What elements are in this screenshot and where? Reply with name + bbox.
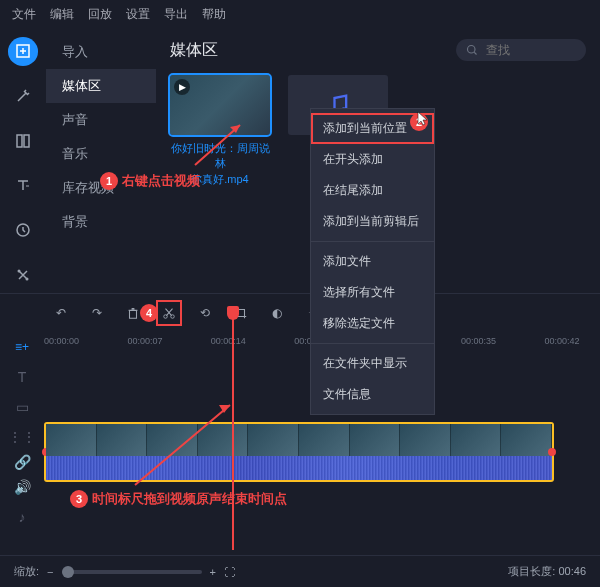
search-box[interactable] [456,39,586,61]
menu-file[interactable]: 文件 [12,6,36,23]
ctx-show-folder[interactable]: 在文件夹中显示 [311,348,434,379]
text-track-icon[interactable]: T [0,362,44,392]
timeline-tracks: T ▭ ⋮⋮ 🔗 🔊 ♪ [0,362,600,542]
ctx-select-all[interactable]: 选择所有文件 [311,277,434,308]
ruler-tick: 00:00:35 [461,336,496,346]
ctx-separator [311,241,434,242]
ctx-add-start[interactable]: 在开头添加 [311,144,434,175]
menu-playback[interactable]: 回放 [88,6,112,23]
cut-button[interactable]: 4 [158,302,180,324]
panel-title: 媒体区 [170,40,218,61]
footer: 缩放: − + ⛶ 项目长度: 00:46 [0,555,600,587]
svg-point-6 [468,46,476,54]
ctx-add-end[interactable]: 在结尾添加 [311,175,434,206]
add-media-tool[interactable] [8,37,38,66]
ruler-tick: 00:00:00 [44,336,79,346]
annotation-arrow [190,120,250,170]
annotation-1: 1 右键点击视频 [100,172,200,190]
rotate-button[interactable]: ⟲ [194,302,216,324]
audio-track-icon[interactable]: 🔊 [0,472,44,502]
color-button[interactable]: ◐ [266,302,288,324]
music-track[interactable] [44,512,600,542]
search-input[interactable] [486,43,576,57]
menu-help[interactable]: 帮助 [202,6,226,23]
ctx-remove[interactable]: 移除选定文件 [311,308,434,339]
ruler-tick: 00:00:42 [544,336,579,346]
svg-rect-2 [24,135,29,147]
ruler-tick: 00:00:07 [127,336,162,346]
wand-tool[interactable] [8,82,38,111]
zoom-slider[interactable] [62,570,202,574]
play-icon: ▶ [174,79,190,95]
svg-rect-1 [17,135,22,147]
ctx-file-info[interactable]: 文件信息 [311,379,434,410]
cursor-icon [416,110,432,126]
undo-button[interactable]: ↶ [50,302,72,324]
zoom-out-button[interactable]: − [47,566,53,578]
ctx-separator [311,343,434,344]
sidebar-item-background[interactable]: 背景 [46,205,156,239]
overlay-track-icon[interactable]: ▭ [0,392,44,422]
playhead-handle[interactable] [227,306,239,320]
left-toolbar [0,29,46,289]
context-menu: 添加到当前位置 在开头添加 在结尾添加 添加到当前剪辑后 添加文件 选择所有文件… [310,108,435,415]
timeline-toolbar: ↶ ↷ 4 ⟲ ◐ ✦ ● ≡ [0,293,600,332]
ctx-add-file[interactable]: 添加文件 [311,246,434,277]
zoom-label: 缩放: [14,564,39,579]
video-track-icon[interactable]: ⋮⋮ [0,422,44,452]
split-tool[interactable] [8,126,38,155]
sidebar-item-sound[interactable]: 声音 [46,103,156,137]
zoom-in-button[interactable]: + [210,566,216,578]
search-icon [466,44,478,56]
zoom-fit-button[interactable]: ⛶ [224,566,235,578]
ctx-add-after[interactable]: 添加到当前剪辑后 [311,206,434,237]
redo-button[interactable]: ↷ [86,302,108,324]
tools-tool[interactable] [8,260,38,289]
clock-tool[interactable] [8,216,38,245]
menu-edit[interactable]: 编辑 [50,6,74,23]
menu-export[interactable]: 导出 [164,6,188,23]
sidebar-item-media[interactable]: 媒体区 [46,69,156,103]
annotation-arrow [130,400,240,490]
music-track-icon[interactable]: ♪ [0,502,44,532]
sidebar: 导入 媒体区 声音 音乐 库存视频 背景 [46,29,156,289]
menu-settings[interactable]: 设置 [126,6,150,23]
ruler-tick: 00:00:14 [211,336,246,346]
text-tool[interactable] [8,171,38,200]
video-thumbnails [46,424,552,456]
svg-point-4 [18,269,21,272]
sidebar-item-music[interactable]: 音乐 [46,137,156,171]
sidebar-item-import[interactable]: 导入 [46,35,156,69]
audio-waveform [46,456,552,480]
svg-point-5 [26,277,29,280]
duration-value: 00:46 [558,565,586,577]
video-clip[interactable] [44,422,554,482]
duration-label: 项目长度: [508,565,555,577]
annotation-3: 3 时间标尺拖到视频原声结束时间点 [70,490,287,508]
video-track[interactable] [44,422,600,482]
track-add-button[interactable]: ≡+ [0,340,44,354]
audiolink-track-icon[interactable]: 🔗 [0,452,44,472]
annotation-badge-4: 4 [140,304,158,322]
menubar: 文件 编辑 回放 设置 导出 帮助 [0,0,600,29]
